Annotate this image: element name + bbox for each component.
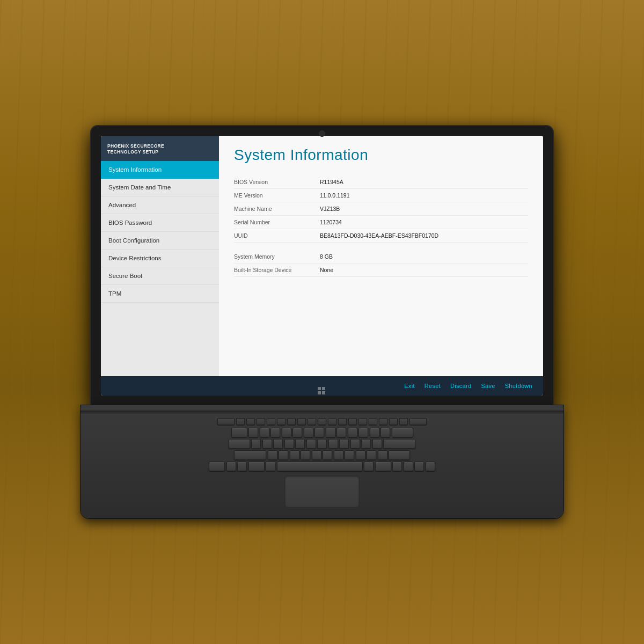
fn-key[interactable] bbox=[297, 418, 306, 425]
nav-item-advanced[interactable]: Advanced bbox=[101, 196, 219, 214]
nav-item-boot-configuration[interactable]: Boot Configuration bbox=[101, 232, 219, 250]
touchpad[interactable] bbox=[284, 475, 360, 508]
sidebar: PHOENIX SECURECORE TECHNOLOGY SETUP Syst… bbox=[101, 136, 219, 376]
nav-item-device-restrictions[interactable]: Device Restrictions bbox=[101, 250, 219, 267]
info-table: BIOS VersionR11945AME Version11.0.0.1191… bbox=[234, 175, 528, 277]
fn-key[interactable] bbox=[277, 418, 286, 425]
fn-key[interactable] bbox=[246, 418, 255, 425]
fn-key[interactable] bbox=[287, 418, 296, 425]
key-alt[interactable] bbox=[248, 462, 265, 471]
fn-key[interactable] bbox=[379, 418, 387, 425]
key-win[interactable] bbox=[237, 462, 247, 471]
key-arrow-left[interactable] bbox=[392, 462, 402, 471]
laptop-lid: PHOENIX SECURECORE TECHNOLOGY SETUP Syst… bbox=[91, 126, 553, 405]
nav-item-system-date-and-time[interactable]: System Date and Time bbox=[101, 179, 219, 196]
info-value: VJZ13B bbox=[320, 206, 340, 212]
bios-ui: PHOENIX SECURECORE TECHNOLOGY SETUP Syst… bbox=[101, 136, 543, 396]
fn-key[interactable] bbox=[338, 418, 347, 425]
key-tab[interactable] bbox=[231, 428, 247, 437]
info-value: R11945A bbox=[320, 179, 343, 185]
key-arrow-down[interactable] bbox=[414, 462, 424, 471]
fn-key[interactable] bbox=[328, 418, 336, 425]
fn-key[interactable] bbox=[308, 418, 316, 425]
key[interactable] bbox=[323, 450, 332, 460]
nav-item-secure-boot[interactable]: Secure Boot bbox=[101, 267, 219, 285]
key-shift-right[interactable] bbox=[389, 450, 410, 460]
key[interactable] bbox=[314, 428, 324, 437]
nav-item-tpm[interactable]: TPM bbox=[101, 285, 219, 303]
key[interactable] bbox=[295, 439, 305, 449]
key[interactable] bbox=[284, 439, 294, 449]
key[interactable] bbox=[317, 439, 327, 449]
key[interactable] bbox=[348, 428, 357, 437]
info-row-spacer bbox=[234, 243, 528, 250]
fn-key[interactable] bbox=[399, 418, 408, 425]
footer-btn-reset[interactable]: Reset bbox=[425, 383, 441, 389]
fn-key[interactable] bbox=[369, 418, 377, 425]
footer-btn-discard[interactable]: Discard bbox=[450, 383, 471, 389]
nav-item-system-information[interactable]: System Information bbox=[101, 161, 219, 179]
key[interactable] bbox=[334, 450, 343, 460]
key-shift-left[interactable] bbox=[234, 450, 266, 460]
key-enter-top[interactable] bbox=[392, 428, 413, 437]
key[interactable] bbox=[356, 450, 365, 460]
nav-item-bios-password[interactable]: BIOS Password bbox=[101, 214, 219, 232]
key[interactable] bbox=[262, 439, 272, 449]
fn-key[interactable] bbox=[236, 418, 245, 425]
key-fn[interactable] bbox=[226, 462, 236, 471]
fn-key[interactable] bbox=[257, 418, 265, 425]
key[interactable] bbox=[279, 450, 288, 460]
key[interactable] bbox=[273, 439, 283, 449]
key[interactable] bbox=[312, 450, 321, 460]
key[interactable] bbox=[248, 428, 258, 437]
key[interactable] bbox=[268, 450, 277, 460]
key[interactable] bbox=[251, 439, 261, 449]
info-value: 1120734 bbox=[320, 219, 342, 225]
key-arrow-right[interactable] bbox=[426, 462, 435, 471]
key[interactable] bbox=[328, 439, 338, 449]
key-capslock[interactable] bbox=[229, 439, 250, 449]
key[interactable] bbox=[372, 439, 382, 449]
key[interactable] bbox=[339, 439, 349, 449]
fn-key[interactable] bbox=[348, 418, 357, 425]
fn-key[interactable] bbox=[389, 418, 398, 425]
key[interactable] bbox=[306, 439, 316, 449]
info-label: ME Version bbox=[234, 192, 320, 199]
footer-btn-save[interactable]: Save bbox=[481, 383, 495, 389]
footer-btn-shutdown[interactable]: Shutdown bbox=[505, 383, 532, 389]
key[interactable] bbox=[290, 450, 299, 460]
fn-key[interactable] bbox=[318, 418, 326, 425]
key[interactable] bbox=[370, 428, 379, 437]
key-enter[interactable] bbox=[383, 439, 415, 449]
fn-key-backspace[interactable] bbox=[409, 418, 427, 425]
key-alt-right[interactable] bbox=[375, 462, 391, 471]
key[interactable] bbox=[282, 428, 291, 437]
key[interactable] bbox=[336, 428, 346, 437]
key[interactable] bbox=[345, 450, 354, 460]
key[interactable] bbox=[350, 439, 360, 449]
key[interactable] bbox=[378, 450, 387, 460]
key[interactable] bbox=[270, 428, 280, 437]
fn-key[interactable] bbox=[217, 418, 235, 425]
key-arrow-up[interactable] bbox=[404, 462, 413, 471]
key[interactable] bbox=[260, 428, 269, 437]
key-row-asdf bbox=[234, 450, 410, 460]
key[interactable] bbox=[301, 450, 310, 460]
key-space[interactable] bbox=[277, 462, 363, 471]
fn-key[interactable] bbox=[358, 418, 367, 425]
key-jp2[interactable] bbox=[364, 462, 374, 471]
info-label: Machine Name bbox=[234, 206, 320, 212]
footer-btn-exit[interactable]: Exit bbox=[404, 383, 415, 389]
info-row: ME Version11.0.0.1191 bbox=[234, 189, 528, 202]
key[interactable] bbox=[292, 428, 302, 437]
key[interactable] bbox=[361, 439, 371, 449]
key-ctrl-left[interactable] bbox=[209, 462, 225, 471]
key-jp[interactable] bbox=[266, 462, 275, 471]
key[interactable] bbox=[380, 428, 390, 437]
windows-button[interactable] bbox=[318, 387, 326, 396]
key[interactable] bbox=[304, 428, 313, 437]
fn-key[interactable] bbox=[267, 418, 275, 425]
key[interactable] bbox=[358, 428, 368, 437]
key[interactable] bbox=[367, 450, 376, 460]
key[interactable] bbox=[326, 428, 335, 437]
